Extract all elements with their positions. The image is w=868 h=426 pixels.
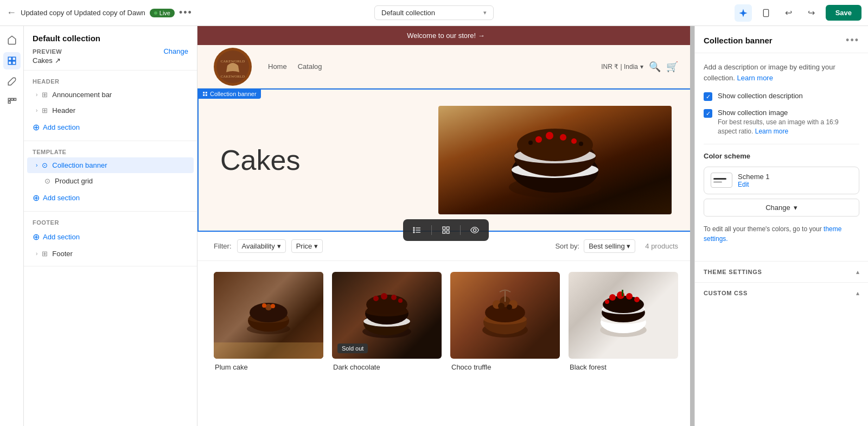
product-card-dark-choc[interactable]: Sold out Dark chocolate [332,272,442,371]
color-scheme-label: Color scheme [704,152,859,160]
svg-point-46 [271,304,275,308]
external-link-icon: ↗ [55,56,61,65]
product-card-choco-truffle[interactable]: Choco truffle [450,272,560,371]
add-section-template-button[interactable]: ⊕ Add section [24,189,197,207]
sort-select[interactable]: Best selling ▾ [584,239,635,253]
availability-filter[interactable]: Availability ▾ [237,239,286,253]
product-image-choco-truffle [450,272,560,359]
learn-more-1-link[interactable]: Learn more [737,74,773,82]
save-button[interactable]: Save [826,5,861,21]
sidebar-item-footer[interactable]: › ⊞ Footer [27,246,194,262]
svg-point-54 [381,293,387,300]
nav-catalog[interactable]: Catalog [298,62,322,71]
topbar-title: Updated copy of Updated copy of Dawn [21,9,145,17]
svg-point-53 [373,296,379,301]
svg-text:CAKEWORLD: CAKEWORLD [221,74,245,79]
show-description-label-group: Show collection description [718,92,803,100]
svg-rect-35 [443,227,445,230]
filter-list-icon[interactable] [411,224,424,237]
custom-css-collapsible[interactable]: CUSTOM CSS ▴ [695,282,868,303]
learn-more-2-link[interactable]: Learn more [755,128,788,135]
svg-point-33 [413,230,414,231]
right-panel: Collection banner ••• Add a description … [694,26,868,426]
header-group-label: HEADER [24,75,197,87]
currency-selector[interactable]: INR ₹ | India ▾ [601,63,643,71]
sort-section: Sort by: Best selling ▾ 4 products [555,239,678,253]
collection-title: Cakes [220,144,427,176]
show-description-checkbox[interactable] [704,92,712,101]
add-section-footer-button[interactable]: ⊕ Add section [24,228,197,246]
home-icon-btn[interactable] [3,31,21,49]
collection-banner-tag: Collection banner [198,89,261,99]
svg-point-56 [398,298,403,303]
sidebar-item-product-grid[interactable]: ⊙ Product grid [27,173,194,189]
apps-icon-btn[interactable] [3,93,21,111]
header-section-group: HEADER › ⊞ Announcement bar › ⊞ Header ⊕… [24,71,197,141]
redo-button[interactable]: ↪ [803,4,820,22]
sections-icon-btn[interactable] [3,52,21,69]
store-logo: CAKEWORLD CAKEWORLD [214,48,252,86]
sidebar-page-title: Default collection [33,34,188,43]
product-card-plum[interactable]: Plum cake [214,272,323,371]
canvas-resize-right[interactable] [690,26,694,426]
collection-select[interactable]: Default collection ▾ [374,5,494,20]
svg-rect-37 [443,231,445,233]
chevron-css-icon: ▴ [856,289,859,297]
topbar-more-button[interactable]: ••• [179,7,193,18]
plus-icon-3: ⊕ [33,232,40,242]
svg-point-34 [413,232,414,233]
sidebar-header: Default collection PREVIEW Change Cakes … [24,26,197,71]
nav-links: Home Catalog [268,62,601,71]
left-icon-bar [0,26,24,426]
live-dot [154,11,157,15]
svg-point-45 [262,303,266,308]
search-icon[interactable]: 🔍 [649,61,661,73]
canvas-product-area: Plum cake Sold out Dark chocolate [197,261,694,382]
back-icon[interactable]: ← [7,7,16,18]
preview-change-button[interactable]: Change [163,47,188,55]
announcement-bar: Welcome to our store! → [197,26,694,45]
collection-banner-label: Collection banner [52,161,185,169]
mobile-preview-button[interactable] [757,4,775,22]
show-image-label: Show collection image [718,109,859,117]
svg-rect-15 [203,94,205,96]
grid-icon-3: ⊙ [42,161,48,169]
right-panel-more-button[interactable]: ••• [846,35,859,46]
theme-settings-text: To edit all your theme's colors, go to y… [704,224,859,244]
magic-wand-icon[interactable] [735,4,752,22]
left-sidebar: Default collection PREVIEW Change Cakes … [24,26,197,426]
topbar-center: Default collection ▾ [293,5,575,20]
cart-icon[interactable]: 🛒 [666,61,678,73]
svg-rect-9 [8,101,10,104]
chevron-price-icon: ▾ [314,242,318,250]
chevron-change-icon: ▾ [794,204,797,212]
change-button[interactable]: Change ▾ [704,199,859,217]
svg-point-23 [535,136,542,143]
price-filter[interactable]: Price ▾ [291,239,323,253]
preview-row: PREVIEW Change [33,47,188,55]
scheme-preview [711,173,732,188]
sidebar-item-announcement-bar[interactable]: › ⊞ Announcement bar [27,87,194,103]
filter-label: Filter: [214,242,232,250]
undo-button[interactable]: ↩ [780,4,797,22]
main-layout: Default collection PREVIEW Change Cakes … [0,26,868,426]
brush-icon-btn[interactable] [3,73,21,90]
product-grid: Plum cake Sold out Dark chocolate [197,261,694,382]
chevron-availability-icon: ▾ [277,242,281,250]
show-image-checkbox[interactable] [704,109,712,118]
add-section-header-button[interactable]: ⊕ Add section [24,118,197,136]
collection-banner-section[interactable]: Collection banner Cakes [197,88,694,232]
nav-home[interactable]: Home [268,62,287,71]
theme-settings-collapsible[interactable]: THEME SETTINGS ▴ [695,261,868,282]
filter-grid-icon[interactable] [439,224,452,237]
svg-rect-14 [206,92,207,93]
scheme-edit-link[interactable]: Edit [738,181,852,188]
svg-rect-7 [11,98,13,100]
scheme-line-dark [713,178,726,180]
sidebar-item-collection-banner[interactable]: › ⊙ Collection banner [27,157,194,173]
product-image-dark-choc: Sold out [332,272,442,359]
template-section-group: TEMPLATE › ⊙ Collection banner ⊙ Product… [24,141,197,212]
sidebar-item-header[interactable]: › ⊞ Header [27,103,194,118]
filter-eye-icon[interactable] [468,224,481,237]
product-card-black-forest[interactable]: Black forest [569,272,678,371]
